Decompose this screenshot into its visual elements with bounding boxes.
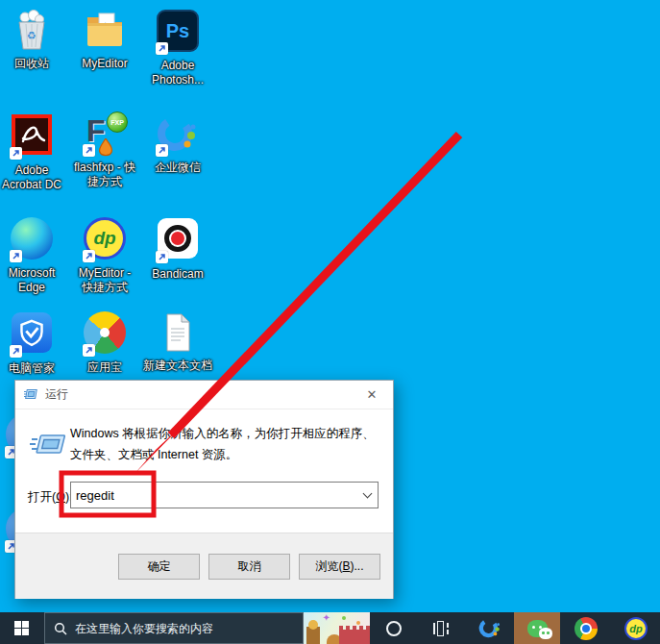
shortcut-arrow-icon (83, 250, 95, 262)
desktop-icon-wecom[interactable]: 企业微信 (132, 111, 224, 175)
search-icon (54, 622, 67, 635)
wecom-icon (477, 616, 502, 641)
shortcut-arrow-icon (10, 345, 22, 358)
run-dialog-footer: 确定 取消 浏览(B)... (15, 533, 393, 599)
bandicam-icon (155, 218, 201, 264)
myeditor-dp-icon: dp (624, 617, 648, 640)
taskbar: ✦ (0, 612, 660, 644)
shortcut-arrow-icon (156, 251, 168, 263)
shortcut-arrow-icon (156, 42, 168, 55)
shortcut-arrow-icon (10, 250, 22, 262)
cancel-button[interactable]: 取消 (208, 554, 290, 580)
task-view-icon (433, 621, 451, 636)
sparkle-icon: ✦ (323, 612, 330, 623)
wecom-icon (155, 111, 201, 158)
chevron-down-icon (362, 488, 372, 498)
task-view-button[interactable] (418, 612, 466, 644)
castle-tower-graphic (306, 627, 320, 644)
combobox-dropdown-button[interactable] (356, 483, 378, 508)
desktop-icon-new-text-document[interactable]: 新建文本文档 (132, 310, 224, 373)
cancel-button-label: 取消 (238, 559, 261, 573)
taskbar-wechat-button-active[interactable] (514, 612, 560, 644)
myeditor-dp-icon: dp (82, 217, 128, 263)
ps-letters: Ps (166, 20, 189, 42)
acrobat-icon (9, 114, 55, 161)
edge-icon (9, 217, 55, 263)
run-dialog-title: 运行 (45, 386, 68, 403)
start-button[interactable] (0, 612, 44, 644)
castle-wall-graphic (339, 630, 370, 644)
desktop-icon-label: Adobe Photosh... (132, 59, 224, 87)
yingyongbao-icon (82, 311, 128, 358)
browse-label-prefix: 浏览( (315, 559, 342, 573)
dp-letters: dp (93, 228, 115, 249)
taskbar-search-box[interactable] (44, 612, 304, 644)
ok-button-label: 确定 (148, 559, 171, 573)
desktop-icon-label: 新建文本文档 (132, 359, 224, 373)
close-icon[interactable]: ✕ (359, 384, 384, 406)
taskbar-chrome-button[interactable] (560, 612, 612, 644)
desktop-icon-label: Bandicam (132, 267, 224, 282)
run-icon (30, 430, 66, 464)
run-dialog-description: Windows 将根据你所输入的名称，为你打开相应的程序、 文件夹、文档或 In… (70, 423, 387, 465)
svg-text:♻: ♻ (27, 30, 37, 41)
photoshop-icon: Ps (155, 10, 201, 56)
cortana-icon (386, 621, 402, 636)
taskbar-wecom-button[interactable] (466, 612, 514, 644)
windows-desktop: ♻ 回收站 MyEditor Ps Adobe Photosh... (0, 0, 660, 644)
dp-letters: dp (629, 623, 642, 634)
shortcut-arrow-icon (83, 144, 95, 157)
browse-label-accesskey: B (342, 559, 350, 573)
recycle-bin-icon: ♻ (9, 8, 55, 54)
run-dialog-title-icon (24, 388, 38, 401)
windows-logo-icon (14, 621, 29, 635)
flashfxp-icon: F FXP (82, 111, 128, 158)
run-combobox (70, 482, 379, 508)
taskbar-myeditor-button[interactable]: dp (612, 612, 660, 644)
search-input[interactable] (75, 622, 294, 635)
shortcut-arrow-icon (83, 344, 95, 357)
chrome-icon (574, 617, 598, 640)
text-document-icon (155, 310, 201, 356)
run-dialog-titlebar[interactable]: 运行 ✕ (15, 381, 393, 409)
run-dialog: 运行 ✕ Windows 将根据你所输入的名称，为你打开相应的程序、 文件夹、文… (14, 380, 394, 599)
desktop-icon-bandicam[interactable]: Bandicam (132, 215, 224, 282)
open-label-prefix: 打开( (28, 490, 56, 504)
shortcut-arrow-icon (156, 144, 168, 157)
wechat-small-bubble (539, 628, 552, 639)
browse-button[interactable]: 浏览(B)... (299, 554, 380, 580)
search-highlight-image[interactable]: ✦ (304, 612, 371, 644)
open-label-accesskey: O (56, 490, 65, 504)
ok-button[interactable]: 确定 (118, 554, 200, 580)
desktop-icon-label: 企业微信 (132, 161, 224, 175)
folder-icon (82, 8, 128, 54)
cortana-button[interactable] (370, 612, 418, 644)
run-dialog-body: Windows 将根据你所输入的名称，为你打开相应的程序、 文件夹、文档或 In… (15, 409, 393, 533)
desktop-icon-photoshop[interactable]: Ps Adobe Photosh... (132, 8, 224, 87)
browse-label-suffix: )... (351, 559, 364, 573)
shortcut-arrow-icon (10, 147, 22, 160)
open-label: 打开(O): (28, 489, 73, 506)
pc-manager-icon (9, 312, 55, 359)
fxp-letters: FXP (110, 119, 124, 126)
run-command-input[interactable] (71, 488, 356, 503)
